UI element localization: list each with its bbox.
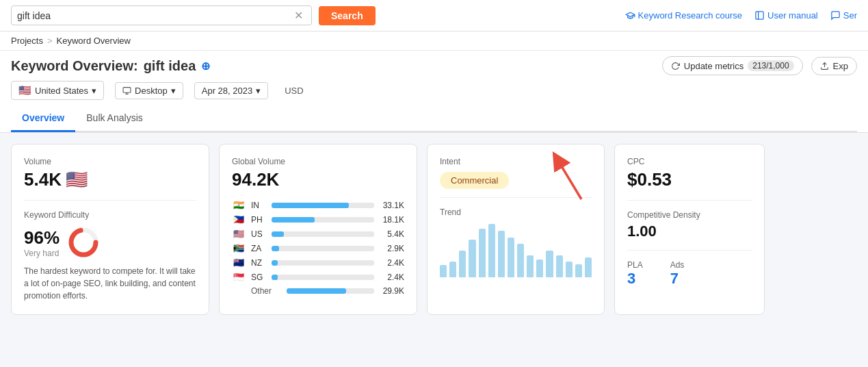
date-label: Apr 28, 2023 <box>202 86 252 96</box>
intent-badge: Commercial <box>440 172 509 189</box>
gv-value: 94.2K <box>232 169 404 190</box>
trend-bar <box>546 251 553 277</box>
bar-row: 🇮🇳 IN 33.1K <box>232 200 404 210</box>
country-flag: 🇺🇸 <box>18 84 31 97</box>
keyword-name: gift idea <box>144 58 196 74</box>
trend-bar <box>469 240 475 277</box>
breadcrumb-parent[interactable]: Projects <box>11 36 43 46</box>
bar-row: 🇿🇦 ZA 2.9K <box>232 243 404 253</box>
search-button[interactable]: Search <box>319 6 376 25</box>
export-button[interactable]: Exp <box>811 57 857 75</box>
trend-bar <box>517 244 524 277</box>
volume-card: Volume 5.4K 🇺🇸 Keyword Difficulty 96% Ve… <box>11 144 209 315</box>
trend-bar <box>527 255 534 278</box>
seminars-link[interactable]: Ser <box>830 10 857 21</box>
bar-track <box>272 231 374 237</box>
bar-track <box>272 260 374 266</box>
other-bar-track <box>287 288 374 294</box>
trend-bar <box>585 257 592 277</box>
intent-trend-card: Intent Commercial Trend <box>427 144 605 315</box>
svg-rect-0 <box>756 12 763 19</box>
trend-bar <box>536 260 543 277</box>
bar-code: NZ <box>251 258 266 268</box>
ads-item: Ads 7 <box>670 260 685 288</box>
monitor-icon <box>122 86 131 95</box>
date-filter[interactable]: Apr 28, 2023 ▾ <box>194 82 268 99</box>
search-wrapper: ✕ <box>11 5 312 25</box>
bar-code: PH <box>251 215 266 225</box>
device-chevron-icon: ▾ <box>171 86 176 96</box>
bar-track <box>272 246 374 251</box>
breadcrumb-current: Keyword Overview <box>57 36 131 46</box>
bar-fill <box>272 217 315 223</box>
trend-label: Trend <box>440 207 592 217</box>
page-title-prefix: Keyword Overview: <box>11 58 138 74</box>
user-manual-link[interactable]: User manual <box>754 10 818 21</box>
other-label: Other <box>251 286 281 296</box>
trend-bars <box>440 223 592 277</box>
bar-row: 🇳🇿 NZ 2.4K <box>232 257 404 268</box>
breadcrumb-separator: > <box>47 36 53 46</box>
bar-fill <box>272 203 349 208</box>
export-icon <box>820 62 829 71</box>
page-title: Keyword Overview: gift idea ⊕ <box>11 58 210 74</box>
volume-value: 5.4K 🇺🇸 <box>24 169 196 190</box>
bar-fill <box>272 260 278 266</box>
keyword-course-link[interactable]: Keyword Research course <box>625 10 742 21</box>
other-val: 29.9K <box>380 286 404 296</box>
bar-code: SG <box>251 273 266 282</box>
update-metrics-button[interactable]: Update metrics 213/1,000 <box>662 56 803 75</box>
global-volume-card: Global Volume 94.2K 🇮🇳 IN 33.1K 🇵🇭 PH 18… <box>219 144 417 315</box>
trend-bar <box>488 224 495 277</box>
book-icon <box>754 10 765 21</box>
main-content: Volume 5.4K 🇺🇸 Keyword Difficulty 96% Ve… <box>0 133 868 326</box>
cd-label: Competitive Density <box>627 210 752 220</box>
bar-value: 2.4K <box>380 273 404 282</box>
gv-label: Global Volume <box>232 157 404 166</box>
bar-value: 18.1K <box>380 215 404 225</box>
device-label: Desktop <box>135 86 168 96</box>
cd-value: 1.00 <box>627 223 752 240</box>
tabs-bar: Overview Bulk Analysis <box>11 105 857 132</box>
bar-fill <box>272 231 284 237</box>
clear-button[interactable]: ✕ <box>291 9 306 22</box>
bar-code: IN <box>251 201 266 210</box>
cpc-arrow-icon <box>544 151 592 206</box>
country-filter[interactable]: 🇺🇸 United States ▾ <box>11 81 104 100</box>
trend-bar <box>575 264 582 278</box>
trend-bar <box>459 251 466 277</box>
pla-value: 3 <box>627 270 643 288</box>
bar-flag: 🇳🇿 <box>232 257 246 268</box>
donut-wrap: 96% Very hard <box>24 225 196 260</box>
trend-bar <box>498 231 505 277</box>
page-header: Keyword Overview: gift idea ⊕ Update met… <box>0 51 868 133</box>
bar-track <box>272 217 374 223</box>
other-row: Other 29.9K <box>232 286 404 296</box>
bar-flag: 🇵🇭 <box>232 214 246 225</box>
chat-icon <box>830 10 841 21</box>
svg-rect-3 <box>123 87 131 92</box>
bar-track <box>272 203 374 208</box>
bar-row: 🇸🇬 SG 2.4K <box>232 272 404 282</box>
tab-overview[interactable]: Overview <box>11 105 75 132</box>
filter-bar: 🇺🇸 United States ▾ Desktop ▾ Apr 28, 202… <box>11 75 857 104</box>
breadcrumb: Projects > Keyword Overview <box>0 31 868 51</box>
trend-bar <box>440 265 447 277</box>
bar-row: 🇵🇭 PH 18.1K <box>232 214 404 225</box>
trend-bar <box>508 238 514 278</box>
top-right-links: Keyword Research course User manual Ser <box>625 10 857 21</box>
pla-label: PLA <box>627 260 643 270</box>
add-keyword-icon[interactable]: ⊕ <box>201 60 210 73</box>
bar-value: 2.4K <box>380 258 404 268</box>
bar-flag: 🇿🇦 <box>232 243 246 253</box>
trend-bar <box>479 229 486 278</box>
tab-bulk-analysis[interactable]: Bulk Analysis <box>75 105 153 132</box>
other-bar-fill <box>287 288 346 294</box>
device-filter[interactable]: Desktop ▾ <box>115 82 183 99</box>
bar-fill <box>272 246 279 251</box>
bar-code: US <box>251 229 266 239</box>
search-input[interactable] <box>17 10 291 21</box>
header-actions: Update metrics 213/1,000 Exp <box>662 56 857 75</box>
bar-row: 🇺🇸 US 5.4K <box>232 229 404 239</box>
bar-flag: 🇮🇳 <box>232 200 246 210</box>
